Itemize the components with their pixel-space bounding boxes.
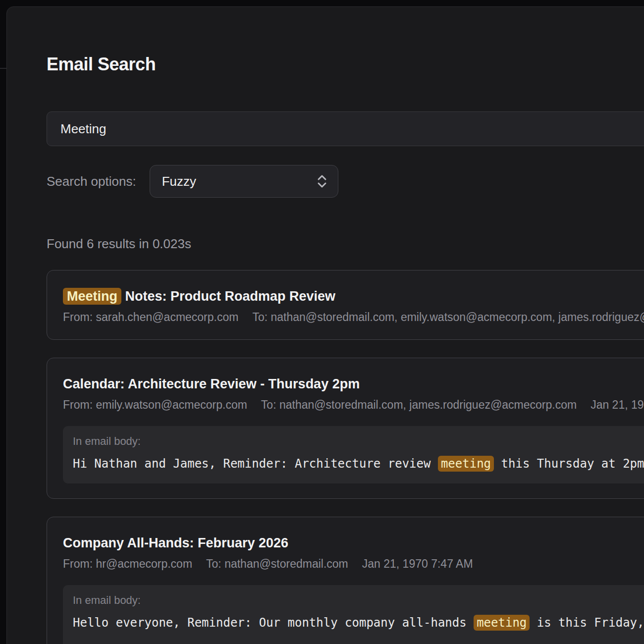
search-mode-select[interactable]: Fuzzy — [150, 165, 338, 198]
result-from: From: sarah.chen@acmecorp.com — [63, 310, 238, 324]
result-body-text: Hello everyone, Reminder: Our monthly co… — [73, 613, 644, 644]
search-options-row: Search options: Fuzzy — [47, 165, 338, 198]
result-card[interactable]: Company All-Hands: February 2026 From: h… — [47, 517, 644, 644]
result-date: Jan 21, 1970 7:47 AM — [590, 397, 644, 412]
result-date: Jan 21, 1970 7:47 AM — [362, 556, 473, 571]
result-to: To: nathan@storedmail.com, emily.watson@… — [252, 310, 644, 324]
result-card[interactable]: Calendar: Architecture Review - Thursday… — [47, 358, 644, 499]
result-meta: From: sarah.chen@acmecorp.com To: nathan… — [63, 310, 644, 324]
results-summary: Found 6 results in 0.023s — [47, 236, 191, 252]
search-input[interactable] — [47, 111, 644, 146]
result-card[interactable]: Meeting Notes: Product Roadmap Review Fr… — [47, 270, 644, 340]
result-title: Company All-Hands: February 2026 — [63, 534, 644, 552]
result-title: Meeting Notes: Product Roadmap Review — [63, 287, 644, 305]
email-search-panel: Email Search Search options: Fuzzy Found… — [6, 6, 644, 644]
result-from: From: emily.watson@acmecorp.com — [63, 397, 247, 412]
in-email-body-label: In email body: — [73, 435, 644, 448]
result-from: From: hr@acmecorp.com — [63, 556, 192, 571]
result-body-snippet: In email body: Hello everyone, Reminder:… — [63, 585, 644, 644]
page-title: Email Search — [47, 54, 156, 75]
in-email-body-label: In email body: — [73, 594, 644, 607]
result-to: To: nathan@storedmail.com, james.rodrigu… — [261, 397, 577, 412]
results-list: Meeting Notes: Product Roadmap Review Fr… — [47, 270, 644, 644]
result-body-snippet: In email body: Hi Nathan and James, Remi… — [63, 426, 644, 483]
background-divider-line — [0, 68, 6, 69]
result-meta: From: emily.watson@acmecorp.com To: nath… — [63, 397, 644, 412]
result-body-text: Hi Nathan and James, Reminder: Architect… — [73, 454, 644, 474]
search-options-label: Search options: — [47, 174, 136, 189]
result-title: Calendar: Architecture Review - Thursday… — [63, 375, 644, 393]
result-meta: From: hr@acmecorp.com To: nathan@storedm… — [63, 556, 644, 571]
search-mode-selected-value: Fuzzy — [162, 174, 196, 189]
chevron-up-down-icon — [316, 173, 328, 189]
result-to: To: nathan@storedmail.com — [206, 556, 348, 571]
